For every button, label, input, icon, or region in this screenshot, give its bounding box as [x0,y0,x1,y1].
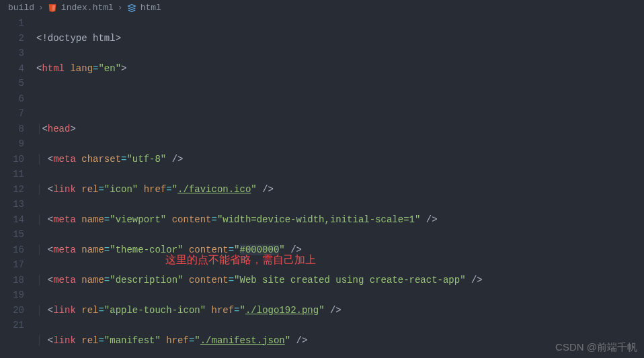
chevron-right-icon: › [118,3,123,13]
line-number: 3 [0,46,24,61]
breadcrumb-seg-symbol[interactable]: html [140,3,161,13]
line-number: 20 [0,303,24,318]
line-number: 6 [0,91,24,107]
line-number: 16 [0,242,24,258]
code-line: │ <link rel="icon" href="./favicon.ico" … [36,182,644,197]
line-gutter: 1 2 3 4 5 6 7 8 9 10 11 12 13 14 15 16 1… [0,15,36,358]
line-number: 17 [0,257,24,273]
line-number: 1 [0,15,24,31]
line-number: 13 [0,197,24,212]
line-number: 12 [0,182,24,197]
breadcrumb-seg-file[interactable]: index.html [61,3,114,13]
code-editor[interactable]: 1 2 3 4 5 6 7 8 9 10 11 12 13 14 15 16 1… [0,15,644,358]
code-content[interactable]: <!doctype html> <html lang="en"> │<head>… [36,15,644,358]
code-line: │ <link rel="manifest" href="./manifest.… [36,333,644,349]
line-number: 4 [0,61,24,77]
symbol-icon [127,3,136,13]
line-number: 18 [0,273,24,288]
code-line: │ <meta charset="utf-8" /> [36,152,644,167]
line-number: 5 [0,76,24,91]
code-line: │ <link rel="apple-touch-icon" href="./l… [36,303,644,318]
line-number: 8 [0,122,24,137]
code-line [36,91,644,107]
breadcrumb-seg-build[interactable]: build [8,3,34,13]
code-line: │<head> [36,122,644,137]
line-number: 10 [0,152,24,167]
line-number: 15 [0,227,24,242]
line-number: 19 [0,287,24,303]
html5-icon [48,3,57,13]
chevron-right-icon: › [38,3,44,13]
code-line: │ <meta name="description" content="Web … [36,273,644,288]
line-number: 7 [0,106,24,122]
code-line: <!doctype html> [36,31,644,46]
breadcrumb: build › index.html › html [0,0,644,15]
line-number: 9 [0,136,24,152]
line-number: 11 [0,167,24,182]
line-number: 2 [0,31,24,46]
code-line: <html lang="en"> [36,61,644,77]
code-line: │ <meta name="theme-color" content="#000… [36,242,644,258]
annotation-note: 这里的点不能省略，需自己加上 [165,253,316,268]
watermark: CSDN @前端千帆 [555,341,637,354]
line-number: 21 [0,318,24,333]
line-number: 14 [0,212,24,228]
code-line: │ <meta name="viewport" content="width=d… [36,212,644,228]
